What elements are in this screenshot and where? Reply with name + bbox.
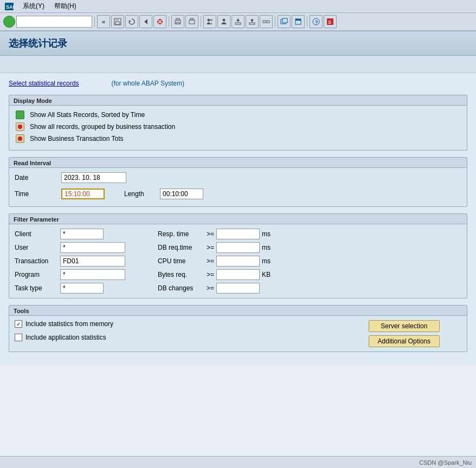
svg-rect-25 xyxy=(267,21,269,23)
person-btn[interactable] xyxy=(217,15,230,28)
content-area: Select statistical records (for whole AB… xyxy=(0,73,476,365)
date-label: Date xyxy=(15,174,58,181)
people-btn[interactable] xyxy=(203,15,216,28)
svg-rect-18 xyxy=(235,23,241,24)
cputime-input[interactable] xyxy=(216,256,260,266)
dbreqtime-label: DB req.time xyxy=(158,244,201,251)
svg-rect-3 xyxy=(115,18,119,21)
client-input[interactable] xyxy=(60,229,104,239)
window1-btn[interactable] xyxy=(278,15,291,28)
cputime-op: >= xyxy=(203,257,214,265)
time-label: Time xyxy=(15,190,58,198)
transaction-label: Transaction xyxy=(15,257,58,265)
filter-user-row: User xyxy=(15,242,125,253)
separator-1 xyxy=(94,16,95,27)
transaction-input[interactable] xyxy=(60,256,125,266)
svg-text:S: S xyxy=(328,20,331,25)
help-btn[interactable]: ? xyxy=(310,15,323,28)
bytesreq-input[interactable] xyxy=(216,269,260,280)
resptime-unit: ms xyxy=(262,230,273,238)
option-row-2: Show all records, grouped by business tr… xyxy=(15,122,461,132)
print2-btn[interactable] xyxy=(185,15,198,28)
upload-btn[interactable] xyxy=(231,15,245,28)
resptime-label: Resp. time xyxy=(158,230,201,238)
dbreqtime-input[interactable] xyxy=(216,242,260,253)
tasktype-input[interactable] xyxy=(60,283,104,294)
status-indicator xyxy=(3,16,15,28)
back-btn[interactable] xyxy=(139,15,152,28)
toolbar: « ? S xyxy=(0,13,476,31)
cputime-unit: ms xyxy=(262,257,273,265)
context-text: (for whole ABAP System) xyxy=(111,80,184,87)
svg-rect-13 xyxy=(189,20,195,24)
program-label: Program xyxy=(15,271,58,278)
server-selection-btn[interactable]: Server selection xyxy=(369,320,440,332)
separator-3 xyxy=(201,16,201,27)
select-records-link[interactable]: Select statistical records xyxy=(9,80,79,87)
program-input[interactable] xyxy=(60,269,125,280)
svg-rect-4 xyxy=(115,22,120,24)
display-mode-title: Display Mode xyxy=(9,95,467,106)
filter-bytesreq-row: Bytes req. >= KB xyxy=(158,269,273,280)
client-label: Client xyxy=(15,230,58,238)
svg-text:?: ? xyxy=(315,20,318,25)
filter-cputime-row: CPU time >= ms xyxy=(158,256,273,266)
display-mode-content: Show All Stats Records, Sorted by Time S… xyxy=(9,106,467,150)
tools-title: Tools xyxy=(9,306,467,316)
read-interval-section: Read Interval Date Time Length xyxy=(9,157,467,207)
option-label-3: Show Business Transaction Tots xyxy=(30,135,124,142)
cancel-btn[interactable] xyxy=(153,15,166,28)
bytesreq-op: >= xyxy=(203,271,214,278)
statusbar: CSDN @Spark_Niu xyxy=(0,456,476,468)
svg-rect-21 xyxy=(249,23,255,24)
nav-back-btn[interactable]: « xyxy=(97,15,110,28)
tools-content: Include statistics from memory Include a… xyxy=(9,316,467,352)
resptime-op: >= xyxy=(203,230,214,238)
separator-5 xyxy=(307,16,307,27)
svg-marker-5 xyxy=(129,20,131,22)
app-stats-label: Include application statistics xyxy=(25,334,106,341)
cputime-label: CPU time xyxy=(158,257,201,265)
checkbox-memory-stats[interactable] xyxy=(15,320,22,328)
svg-rect-29 xyxy=(295,19,301,21)
print-btn[interactable] xyxy=(171,15,184,28)
command-input[interactable] xyxy=(16,16,92,28)
settings-btn[interactable]: S xyxy=(324,15,337,28)
option-row-1: Show All Stats Records, Sorted by Time xyxy=(15,110,461,120)
option-icon-2[interactable] xyxy=(15,122,25,132)
user-input[interactable] xyxy=(60,242,125,253)
sub-header xyxy=(0,56,476,73)
dbchanges-input[interactable] xyxy=(216,283,260,294)
display-mode-section: Display Mode Show All Stats Records, Sor… xyxy=(9,95,467,151)
option-icon-3[interactable] xyxy=(15,134,25,144)
svg-text:SAP: SAP xyxy=(6,4,14,10)
menu-help[interactable]: 帮助(H) xyxy=(50,1,81,12)
refresh-btn[interactable] xyxy=(125,15,138,28)
menu-system[interactable]: 系统(Y) xyxy=(18,1,49,12)
svg-point-15 xyxy=(208,19,210,22)
download-btn[interactable] xyxy=(246,15,259,28)
additional-options-btn[interactable]: Additional Options xyxy=(369,335,440,347)
status-text: CSDN @Spark_Niu xyxy=(419,459,472,466)
save-btn[interactable] xyxy=(111,15,124,28)
filter-dbchanges-row: DB changes >= xyxy=(158,283,273,294)
svg-marker-6 xyxy=(144,19,147,24)
filter-transaction-row: Transaction xyxy=(15,256,125,266)
separator-4 xyxy=(275,16,275,27)
resptime-input[interactable] xyxy=(216,229,260,239)
svg-point-16 xyxy=(210,19,213,21)
length-input[interactable] xyxy=(160,188,203,199)
expand-btn[interactable] xyxy=(260,15,273,28)
date-input[interactable] xyxy=(61,172,126,183)
svg-point-17 xyxy=(223,19,226,22)
window2-btn[interactable] xyxy=(292,15,305,28)
separator-2 xyxy=(169,16,169,27)
memory-stats-label: Include statistics from memory xyxy=(25,320,113,328)
dbchanges-op: >= xyxy=(203,284,214,292)
menubar: SAP 系统(Y) 帮助(H) xyxy=(0,0,476,13)
checkbox-app-stats[interactable] xyxy=(15,334,22,341)
filter-parameter-section: Filter Parameter Client User Transaction xyxy=(9,213,467,298)
bytesreq-unit: KB xyxy=(262,271,273,278)
time-input[interactable] xyxy=(61,188,105,199)
option-icon-1[interactable] xyxy=(15,110,25,120)
